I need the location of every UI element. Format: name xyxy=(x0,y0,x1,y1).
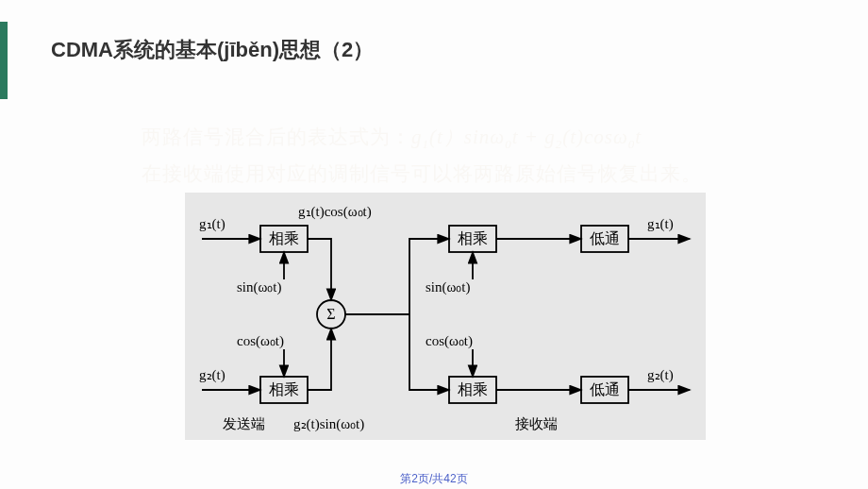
signal-label: g₂(t) xyxy=(199,367,225,383)
wire xyxy=(409,239,449,314)
lpf-label: 低通 xyxy=(590,230,620,246)
wire xyxy=(308,239,331,300)
mult-label: 相乘 xyxy=(458,381,488,397)
formula-math: g1(t）sinω0t + g2(t)cosω0t xyxy=(411,126,642,148)
signal-label: g₁(t) xyxy=(199,216,225,232)
wire xyxy=(409,314,449,390)
wire xyxy=(308,329,331,390)
lpf-label: 低通 xyxy=(590,381,620,397)
mult-label: 相乘 xyxy=(269,230,299,246)
signal-label: g₁(t) xyxy=(647,216,674,232)
carrier-label: cos(ω₀t) xyxy=(426,333,473,349)
mixed-signal-label: g₂(t)sin(ω₀t) xyxy=(293,416,364,432)
mixed-signal-label: g₁(t)cos(ω₀t) xyxy=(298,204,372,220)
tx-section-label: 发送端 xyxy=(223,416,265,431)
sum-label: Σ xyxy=(326,306,335,322)
formula-prefix: 两路信号混合后的表达式为： xyxy=(142,126,411,148)
carrier-label: sin(ω₀t) xyxy=(237,279,282,295)
mult-label: 相乘 xyxy=(269,381,299,397)
accent-bar xyxy=(0,22,8,99)
formula-line: 两路信号混合后的表达式为：g1(t）sinω0t + g2(t)cosω0t xyxy=(142,124,642,152)
block-diagram: 相乘 相乘 Σ 相乘 相乘 低通 低通 g₁(t) g₂(t) g₁(t) g₂… xyxy=(185,193,706,440)
carrier-label: cos(ω₀t) xyxy=(237,333,284,349)
mult-label: 相乘 xyxy=(458,230,488,246)
description-line: 在接收端使用对应的调制信号可以将两路原始信号恢复出来。 xyxy=(142,160,702,187)
carrier-label: sin(ω₀t) xyxy=(426,279,471,295)
rx-section-label: 接收端 xyxy=(515,416,558,431)
page-footer: 第2页/共42页 xyxy=(0,471,868,487)
page-title: CDMA系统的基本(jīběn)思想（2） xyxy=(51,36,374,64)
signal-label: g₂(t) xyxy=(647,367,674,383)
